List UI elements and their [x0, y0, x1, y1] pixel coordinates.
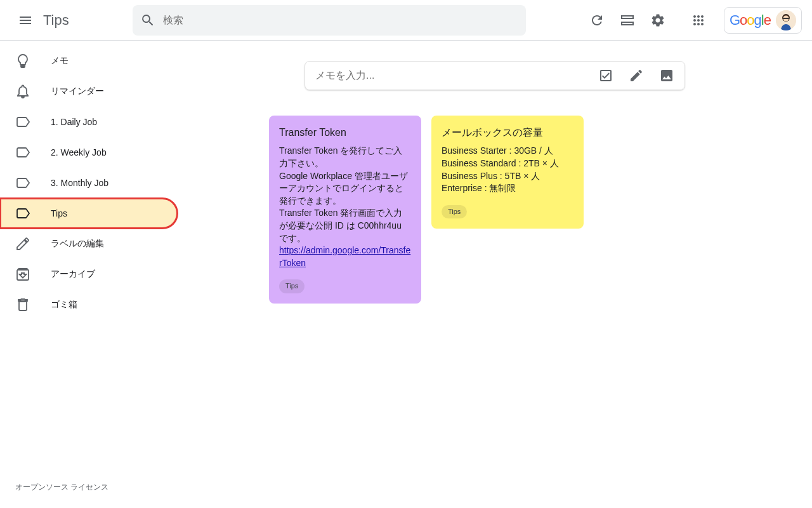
list-view-icon [620, 13, 635, 28]
search-icon [140, 13, 155, 28]
settings-button[interactable] [645, 8, 671, 33]
note-title: メールボックスの容量 [442, 126, 573, 140]
note-card[interactable]: Transfer Token Transfer Token を発行してご入力下さ… [269, 116, 421, 304]
trash-icon [15, 297, 30, 312]
svg-rect-3 [783, 18, 789, 19]
sidebar-footer: オープンソース ライセンス [0, 471, 178, 508]
new-drawing-icon[interactable] [629, 68, 644, 83]
sidebar-item-notes[interactable]: メモ [0, 46, 178, 76]
sidebar-label: 1. Daily Job [51, 117, 97, 127]
note-card[interactable]: メールボックスの容量 Business Starter : 30GB / 人 B… [431, 116, 584, 229]
note-tag[interactable]: Tips [279, 279, 304, 293]
sidebar: メモ リマインダー 1. Daily Job 2. Weekly Job 3. … [0, 41, 178, 508]
sidebar-label: メモ [51, 55, 69, 67]
label-icon [15, 175, 30, 190]
note-tag[interactable]: Tips [442, 205, 467, 218]
new-image-icon[interactable] [659, 68, 674, 83]
pencil-icon [15, 236, 30, 251]
gear-icon [650, 13, 665, 28]
avatar[interactable] [776, 10, 796, 30]
note-body: Transfer Token を発行してご入力下さい。 Google Workp… [279, 145, 411, 269]
apps-grid-icon [691, 13, 706, 28]
sidebar-item-weekly-job[interactable]: 2. Weekly Job [0, 137, 178, 168]
sidebar-label: 2. Weekly Job [51, 147, 107, 157]
sidebar-label: ゴミ箱 [51, 299, 77, 311]
label-icon [15, 114, 30, 130]
bell-icon [15, 84, 30, 99]
sidebar-label: Tips [51, 208, 67, 218]
label-icon [15, 145, 30, 160]
main: Transfer Token Transfer Token を発行してご入力下さ… [178, 41, 812, 508]
sidebar-item-daily-job[interactable]: 1. Daily Job [0, 107, 178, 137]
refresh-icon [589, 13, 605, 28]
search-box[interactable] [133, 5, 526, 36]
new-checklist-icon[interactable] [598, 68, 613, 83]
google-logo: Google [730, 12, 771, 29]
sidebar-item-reminders[interactable]: リマインダー [0, 76, 178, 107]
sidebar-label: ラベルの編集 [51, 238, 104, 250]
lightbulb-icon [15, 53, 30, 69]
header-actions: Google [584, 7, 802, 34]
sidebar-item-monthly-job[interactable]: 3. Monthly Job [0, 168, 178, 198]
note-title: Transfer Token [279, 126, 411, 140]
archive-icon [15, 267, 30, 282]
note-input-bar[interactable] [304, 61, 685, 90]
sidebar-item-tips[interactable]: Tips [0, 198, 178, 229]
opensource-license-link[interactable]: オープンソース ライセンス [15, 483, 108, 491]
notes-grid: Transfer Token Transfer Token を発行してご入力下さ… [193, 116, 797, 304]
sidebar-item-archive[interactable]: アーカイブ [0, 259, 178, 290]
sidebar-item-trash[interactable]: ゴミ箱 [0, 290, 178, 320]
sidebar-item-edit-labels[interactable]: ラベルの編集 [0, 229, 178, 259]
menu-button[interactable] [10, 5, 41, 36]
sidebar-label: 3. Monthly Job [51, 178, 108, 188]
list-view-button[interactable] [615, 8, 640, 33]
sidebar-label: アーカイブ [51, 269, 95, 280]
search-input[interactable] [163, 15, 518, 26]
hamburger-icon [18, 13, 33, 28]
note-input[interactable] [315, 70, 598, 81]
header: Tips Google [0, 0, 812, 41]
sidebar-label: リマインダー [51, 86, 104, 97]
apps-button[interactable] [686, 8, 711, 33]
label-icon [15, 206, 30, 221]
google-account-box[interactable]: Google [724, 7, 802, 34]
note-link[interactable]: https://admin.google.com/TransferToken [279, 245, 410, 268]
note-body: Business Starter : 30GB / 人 Business Sta… [442, 145, 573, 194]
app-title: Tips [43, 12, 69, 29]
avatar-icon [776, 10, 796, 30]
refresh-button[interactable] [584, 8, 610, 33]
